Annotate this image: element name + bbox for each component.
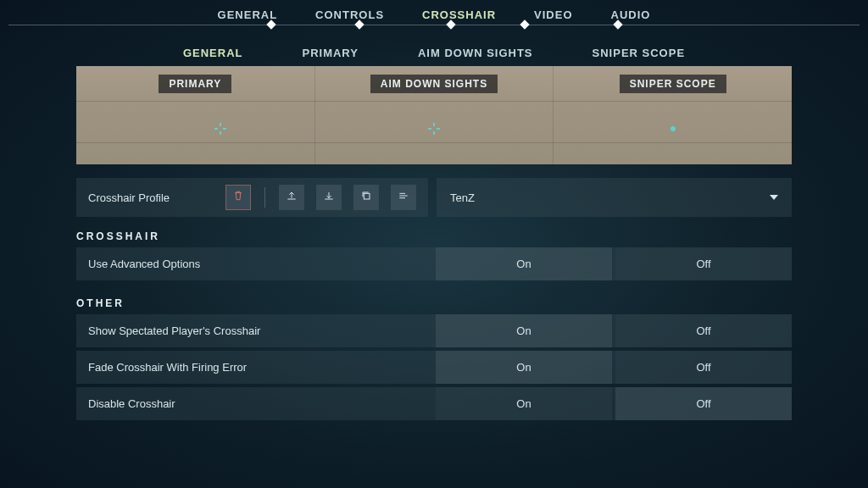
crosshair-dot-icon (670, 93, 676, 164)
copy-icon (359, 189, 373, 206)
crosshair-preview-strip: PRIMARY AIM DOWN SIGHTS SNIPER SCOPE (76, 66, 792, 164)
setting-label: Disable Crosshair (76, 387, 436, 420)
subtab-sniper-scope[interactable]: SNIPER SCOPE (593, 47, 686, 59)
svg-rect-0 (364, 193, 370, 199)
preview-panel-sniper: SNIPER SCOPE (553, 66, 792, 164)
section-title-other: OTHER (76, 297, 792, 309)
toggle-fade-firing-error: On Off (436, 351, 792, 384)
toggle-show-spectated: On Off (436, 314, 792, 347)
nav-divider (8, 25, 860, 35)
toggle-on[interactable]: On (436, 387, 612, 420)
toggle-on[interactable]: On (436, 247, 612, 280)
edit-profile-button[interactable] (391, 185, 416, 210)
setting-label: Fade Crosshair With Firing Error (76, 351, 436, 384)
setting-row-advanced-options: Use Advanced Options On Off (76, 247, 792, 280)
preview-label: AIM DOWN SIGHTS (370, 75, 498, 93)
toggle-off[interactable]: Off (615, 351, 792, 384)
tab-controls[interactable]: CONTROLS (315, 8, 384, 21)
duplicate-profile-button[interactable] (353, 185, 379, 210)
subtab-primary[interactable]: PRIMARY (302, 47, 358, 59)
setting-row-show-spectated: Show Spectated Player's Crosshair On Off (76, 314, 792, 347)
subtab-general[interactable]: GENERAL (183, 47, 243, 59)
delete-profile-button[interactable] (225, 185, 251, 210)
toggle-disable-crosshair: On Off (436, 387, 792, 420)
setting-row-fade-firing-error: Fade Crosshair With Firing Error On Off (76, 351, 792, 384)
preview-panel-primary: PRIMARY (76, 66, 314, 164)
toggle-off[interactable]: Off (615, 314, 792, 347)
setting-label: Use Advanced Options (76, 247, 436, 280)
profile-controls: Crosshair Profile (76, 178, 428, 217)
download-icon (322, 189, 336, 206)
chevron-down-icon (770, 195, 778, 200)
tab-crosshair[interactable]: CROSSHAIR (422, 8, 496, 21)
preview-label: SNIPER SCOPE (620, 75, 726, 93)
crosshair-icon (428, 93, 440, 164)
section-title-crosshair: CROSSHAIR (76, 230, 792, 242)
preview-panel-ads: AIM DOWN SIGHTS (314, 66, 554, 164)
crosshair-icon (164, 93, 226, 164)
toggle-off[interactable]: Off (615, 387, 792, 420)
top-nav: GENERAL CONTROLS CROSSHAIR VIDEO AUDIO (0, 0, 868, 25)
export-profile-button[interactable] (279, 185, 304, 210)
tab-general[interactable]: GENERAL (218, 8, 278, 21)
toggle-on[interactable]: On (436, 314, 612, 347)
tab-audio[interactable]: AUDIO (611, 8, 651, 21)
preview-label: PRIMARY (159, 75, 231, 93)
trash-icon (231, 189, 245, 206)
profile-label: Crosshair Profile (88, 191, 214, 204)
upload-icon (285, 189, 298, 206)
profile-selected: TenZ (450, 191, 475, 204)
import-profile-button[interactable] (316, 185, 342, 210)
profile-row: Crosshair Profile TenZ (76, 178, 792, 217)
tab-video[interactable]: VIDEO (534, 8, 572, 21)
toggle-on[interactable]: On (436, 351, 612, 384)
setting-label: Show Spectated Player's Crosshair (76, 314, 436, 347)
profile-dropdown[interactable]: TenZ (437, 178, 792, 217)
toggle-off[interactable]: Off (615, 247, 792, 280)
separator (264, 187, 265, 208)
setting-row-disable-crosshair: Disable Crosshair On Off (76, 387, 792, 420)
subtab-aim-down-sights[interactable]: AIM DOWN SIGHTS (418, 47, 533, 59)
toggle-advanced-options: On Off (436, 247, 792, 280)
sub-nav: GENERAL PRIMARY AIM DOWN SIGHTS SNIPER S… (0, 35, 868, 66)
edit-name-icon (397, 189, 410, 206)
